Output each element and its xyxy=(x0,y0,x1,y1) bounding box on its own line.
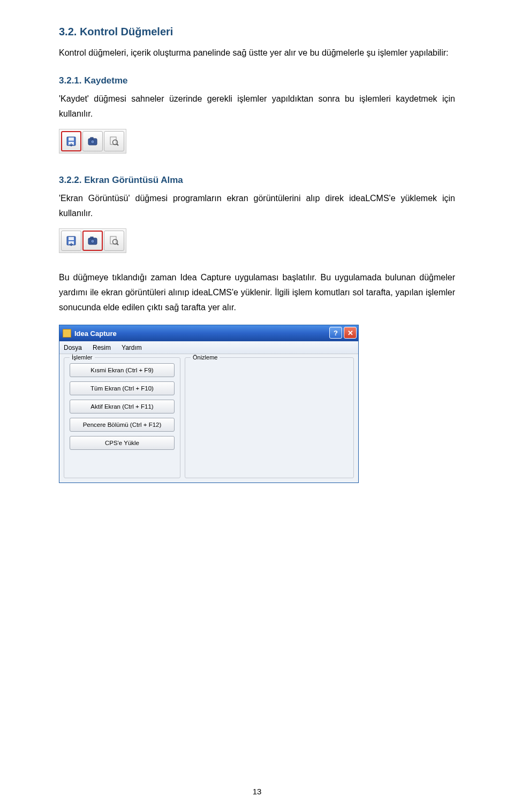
app-icon xyxy=(63,329,71,338)
menu-help[interactable]: Yardım xyxy=(122,344,142,351)
preview-group: Önizleme xyxy=(185,357,354,478)
save-button[interactable] xyxy=(61,231,81,251)
svg-line-17 xyxy=(117,243,118,245)
operations-group-label: İşlemler xyxy=(70,354,95,361)
menubar: Dosya Resim Yardım xyxy=(59,341,358,354)
help-button[interactable]: ? xyxy=(329,327,342,339)
heading-3-2-1: 3.2.1. Kaydetme xyxy=(59,75,455,86)
menu-file[interactable]: Dosya xyxy=(64,344,82,351)
camera-icon xyxy=(87,235,99,247)
active-screen-button[interactable]: Aktif Ekran (Ctrl + F11) xyxy=(70,400,175,413)
para-3-2-1: 'Kaydet' düğmesi sahneler üzerinde gerek… xyxy=(59,91,455,121)
para-3-2: Kontrol düğmeleri, içerik oluşturma pane… xyxy=(59,45,455,60)
magnifier-page-icon xyxy=(108,135,120,147)
svg-line-8 xyxy=(117,144,118,145)
save-button[interactable] xyxy=(61,131,81,151)
menu-image[interactable]: Resim xyxy=(93,344,111,351)
svg-point-4 xyxy=(91,140,95,144)
svg-point-13 xyxy=(91,240,95,243)
magnifier-page-icon xyxy=(108,235,120,247)
window-region-button[interactable]: Pencere Bölümü (Ctrl + F12) xyxy=(70,418,175,432)
window-controls: ? ✕ xyxy=(329,327,357,339)
preview-button[interactable] xyxy=(104,131,124,151)
close-button[interactable]: ✕ xyxy=(344,327,357,339)
window-title: Idea Capture xyxy=(74,330,117,338)
toolbar-save-example xyxy=(59,129,126,154)
svg-rect-5 xyxy=(90,137,93,139)
svg-rect-1 xyxy=(69,137,74,141)
preview-button[interactable] xyxy=(104,231,124,251)
svg-rect-14 xyxy=(90,237,93,239)
save-icon xyxy=(65,235,77,247)
camera-icon xyxy=(87,135,99,147)
toolbar-screenshot-example xyxy=(59,228,126,253)
full-screen-button[interactable]: Tüm Ekran (Ctrl + F10) xyxy=(70,381,175,395)
para-capture: Bu düğmeye tıklandığı zaman Idea Capture… xyxy=(59,270,455,315)
page-number: 13 xyxy=(0,787,514,796)
idea-capture-window: Idea Capture ? ✕ Dosya Resim Yardım İşle… xyxy=(59,325,359,483)
preview-group-label: Önizleme xyxy=(191,354,220,361)
heading-3-2: 3.2. Kontrol Düğmeleri xyxy=(59,26,455,38)
titlebar: Idea Capture ? ✕ xyxy=(59,325,358,341)
camera-button[interactable] xyxy=(82,131,103,151)
camera-button[interactable] xyxy=(82,231,103,251)
save-icon xyxy=(65,135,77,147)
svg-rect-10 xyxy=(69,237,74,240)
upload-cps-button[interactable]: CPS'e Yükle xyxy=(70,436,175,450)
para-3-2-2: 'Ekran Görüntüsü' düğmesi programların e… xyxy=(59,191,455,221)
partial-screen-button[interactable]: Kısmi Ekran (Ctrl + F9) xyxy=(70,363,175,377)
heading-3-2-2: 3.2.2. Ekran Görüntüsü Alma xyxy=(59,175,455,186)
operations-group: İşlemler Kısmi Ekran (Ctrl + F9) Tüm Ekr… xyxy=(64,357,180,478)
window-body: İşlemler Kısmi Ekran (Ctrl + F9) Tüm Ekr… xyxy=(59,354,358,482)
